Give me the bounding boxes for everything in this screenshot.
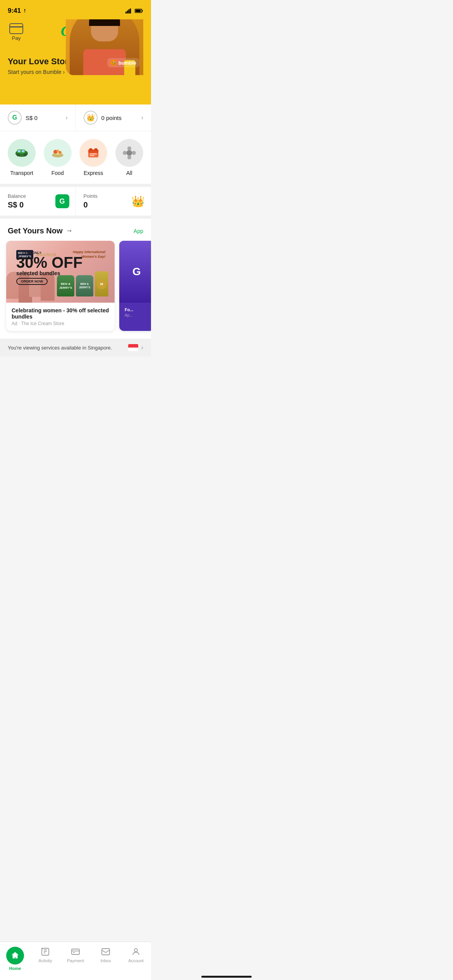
promo-card-2-image: G	[119, 241, 151, 303]
pay-button[interactable]: Pay	[8, 23, 25, 41]
service-food[interactable]: Food	[42, 139, 73, 176]
points-arrow-icon: ›	[141, 114, 143, 121]
svg-rect-0	[125, 12, 127, 14]
transport-label: Transport	[10, 170, 33, 176]
food-icon	[44, 139, 72, 167]
sg-banner-text: You're viewing services available in Sin…	[8, 345, 112, 351]
all-label: All	[126, 170, 132, 176]
status-bar: 9:41	[0, 0, 151, 19]
svg-rect-8	[10, 26, 23, 27]
svg-point-21	[58, 151, 61, 154]
balance-amount: S$ 0	[26, 115, 38, 121]
balance-item-cash[interactable]: G S$ 0 ›	[0, 105, 76, 131]
service-grid: Transport Food Express	[0, 131, 151, 187]
bumble-badge: 🐝 bumble	[107, 58, 139, 67]
promo-title[interactable]: Get Yours Now →	[8, 226, 73, 235]
promo-card-1-desc: Celebrating women - 30% off selected bun…	[6, 303, 115, 331]
wallet-crown-icon: 👑	[131, 195, 145, 208]
bumble-icon: 🐝	[110, 60, 117, 66]
express-icon	[79, 139, 107, 167]
transport-icon	[8, 139, 36, 167]
wallet-balance-card[interactable]: Balance S$ 0 G	[0, 187, 76, 216]
status-icons	[125, 8, 143, 14]
express-label: Express	[84, 170, 103, 176]
promo-card-2-desc: Fo... Ap...	[119, 303, 151, 322]
promo-card-1-title: Celebrating women - 30% off selected bun…	[12, 307, 109, 320]
points-amount: 0 points	[101, 115, 122, 121]
hero-content: Pay Grab Your Love Story awaits Start yo…	[0, 19, 151, 83]
balance-item-points[interactable]: 👑 0 points ›	[76, 105, 151, 131]
hero-banner: Pay Grab Your Love Story awaits Start yo…	[0, 19, 151, 105]
all-icon	[115, 139, 143, 167]
promo-section: Get Yours Now → App BEN &JERRY'S MAGNUM	[0, 219, 151, 339]
wallet-points-card[interactable]: Points 0 👑	[76, 187, 151, 216]
svg-rect-16	[18, 150, 21, 152]
balance-arrow-icon: ›	[65, 114, 67, 121]
svg-point-15	[24, 154, 26, 156]
hero-woman-image: 🐝 bumble	[66, 19, 143, 75]
service-all[interactable]: All	[114, 139, 145, 176]
sg-banner[interactable]: You're viewing services available in Sin…	[0, 339, 151, 356]
promo-card-2[interactable]: G Fo... Ap...	[119, 241, 151, 331]
food-label: Food	[51, 170, 64, 176]
points-crown-icon: 👑	[84, 111, 98, 125]
svg-rect-5	[136, 10, 141, 12]
sg-arrow-icon: ›	[141, 344, 143, 351]
svg-point-13	[17, 154, 19, 156]
gcash-icon: G	[8, 111, 22, 125]
svg-point-30	[127, 146, 131, 150]
svg-rect-25	[89, 148, 92, 151]
svg-point-29	[126, 150, 132, 156]
sg-flag-icon	[128, 344, 138, 351]
promo-arrow-icon: →	[66, 227, 73, 235]
sg-flag-arrow: ›	[128, 344, 143, 351]
promo-card-1-image: BEN &JERRY'S MAGNUM Happy internationalW…	[6, 241, 115, 303]
svg-rect-7	[10, 24, 23, 34]
balance-row: G S$ 0 › 👑 0 points ›	[0, 105, 151, 131]
svg-rect-2	[129, 9, 130, 14]
promo-header: Get Yours Now → App	[0, 226, 151, 241]
service-express[interactable]: Express	[78, 139, 109, 176]
svg-rect-1	[127, 10, 128, 14]
svg-rect-26	[94, 148, 97, 151]
service-transport[interactable]: Transport	[6, 139, 37, 176]
svg-rect-3	[130, 9, 131, 14]
svg-rect-27	[90, 153, 97, 154]
wallet-g-icon: G	[55, 194, 69, 208]
svg-point-31	[127, 156, 131, 159]
svg-point-22	[57, 149, 59, 152]
svg-point-33	[132, 151, 136, 155]
svg-rect-6	[142, 10, 142, 12]
promo-card-1-ad: Ad · The Ice Cream Store	[12, 321, 109, 326]
promo-app-link[interactable]: App	[134, 228, 143, 234]
svg-rect-28	[90, 155, 94, 156]
status-time: 9:41	[8, 7, 27, 15]
wallet-section: Balance S$ 0 G Points 0 👑	[0, 187, 151, 219]
svg-rect-17	[22, 150, 24, 152]
promo-cards-container: BEN &JERRY'S MAGNUM Happy internationalW…	[0, 241, 151, 339]
hero-arrow-icon: ›	[63, 69, 65, 75]
order-now-btn[interactable]: ORDER NOW	[16, 278, 48, 285]
promo-card-1[interactable]: BEN &JERRY'S MAGNUM Happy internationalW…	[6, 241, 115, 331]
svg-point-32	[123, 151, 127, 155]
